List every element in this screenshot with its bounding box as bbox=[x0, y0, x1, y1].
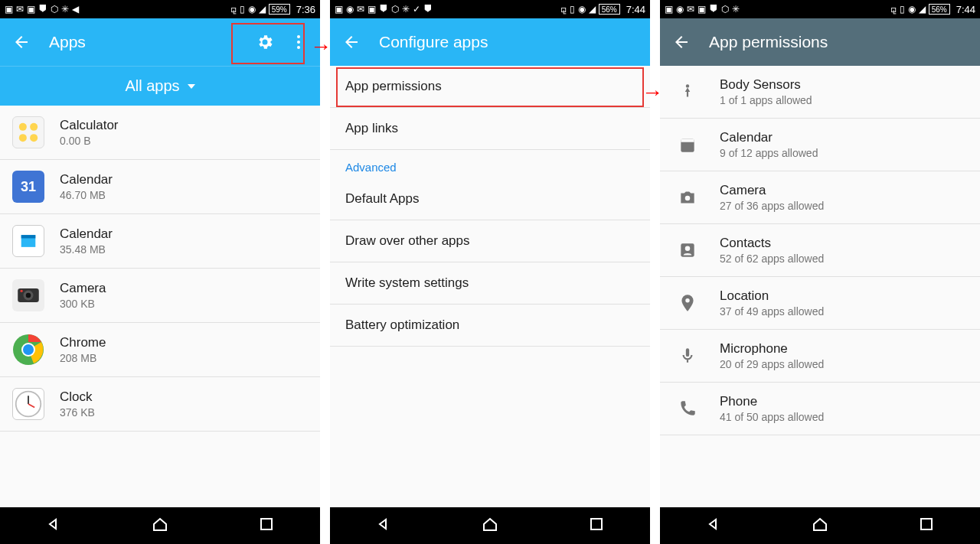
status-clock: 7:44 bbox=[956, 4, 975, 15]
nav-home-button[interactable] bbox=[151, 515, 169, 536]
warning-icon: ⬡ bbox=[51, 4, 58, 15]
overflow-menu-icon[interactable] bbox=[289, 33, 308, 51]
nav-back-button[interactable] bbox=[704, 515, 723, 536]
row-draw-over-apps[interactable]: Draw over other apps bbox=[330, 220, 650, 262]
calendar-icon: 31 bbox=[12, 171, 44, 203]
notif-icon: ✉ bbox=[16, 4, 24, 15]
nav-recents-button[interactable] bbox=[917, 515, 936, 536]
svg-rect-8 bbox=[21, 235, 36, 238]
app-row-camera[interactable]: Camera 300 KB bbox=[0, 269, 320, 323]
nav-home-button[interactable] bbox=[481, 515, 499, 536]
battery-indicator: 56% bbox=[599, 4, 620, 15]
shield-icon: ⛊ bbox=[379, 4, 388, 15]
sync-icon: ✳ bbox=[61, 4, 69, 15]
perm-row-microphone[interactable]: Microphone20 of 29 apps allowed bbox=[660, 330, 980, 383]
flow-arrow-1: → bbox=[310, 34, 332, 59]
svg-point-1 bbox=[297, 41, 300, 44]
nav-back-button[interactable] bbox=[374, 515, 393, 536]
svg-rect-19 bbox=[261, 519, 272, 529]
app-size: 0.00 B bbox=[60, 135, 119, 147]
perm-label: Body Sensors bbox=[720, 77, 812, 93]
perm-label: Location bbox=[720, 288, 824, 304]
perm-row-location[interactable]: Location37 of 49 apps allowed bbox=[660, 277, 980, 330]
back-button[interactable] bbox=[672, 33, 691, 51]
app-row-clock[interactable]: Clock 376 KB bbox=[0, 377, 320, 432]
nav-back-button[interactable] bbox=[44, 515, 63, 536]
sync-icon: ✳ bbox=[402, 4, 410, 15]
flow-arrow-2: → bbox=[642, 80, 663, 105]
status-bar: ▣ ◉ ✉ ▣ ⛊ ⬡ ✳ ✓ ⛊ ⚼ ▯ ◉ ◢ 56% 7:44 bbox=[330, 0, 650, 18]
app-row-calendar-stock[interactable]: Calendar 35.48 MB bbox=[0, 214, 320, 269]
bluetooth-icon: ⚼ bbox=[230, 4, 237, 15]
app-row-calendar-google[interactable]: 31 Calendar 46.70 MB bbox=[0, 160, 320, 214]
svg-point-21 bbox=[686, 84, 689, 87]
svg-rect-6 bbox=[30, 134, 38, 142]
screen-apps: ▣ ✉ ▣ ⛊ ⬡ ✳ ◀ ⚼ ▯ ◉ ◢ 59% 7:36 Apps All bbox=[0, 0, 320, 544]
row-app-links[interactable]: App links bbox=[330, 108, 650, 150]
status-clock: 7:44 bbox=[626, 4, 645, 15]
svg-point-27 bbox=[685, 298, 689, 302]
body-sensors-icon bbox=[672, 77, 703, 107]
perm-row-body-sensors[interactable]: Body Sensors1 of 1 apps allowed bbox=[660, 66, 980, 119]
app-row-calculator[interactable]: Calculator 0.00 B bbox=[0, 106, 320, 160]
gear-icon[interactable] bbox=[256, 33, 274, 51]
screen-app-permissions: ▣ ◉ ✉ ▣ ⛊ ⬡ ✳ ⚼ ▯ ◉ ◢ 56% 7:44 App permi… bbox=[660, 0, 980, 544]
notif-icon: ✉ bbox=[357, 4, 364, 15]
app-size: 35.48 MB bbox=[60, 243, 113, 256]
location-icon bbox=[672, 288, 703, 318]
back-button[interactable] bbox=[342, 33, 361, 51]
row-battery-optimization[interactable]: Battery optimization bbox=[330, 305, 650, 347]
status-clock: 7:36 bbox=[296, 4, 315, 15]
nav-recents-button[interactable] bbox=[587, 515, 606, 536]
svg-rect-23 bbox=[681, 138, 694, 142]
chrome-icon bbox=[12, 334, 44, 366]
svg-point-12 bbox=[20, 290, 22, 292]
vibrate-icon: ▯ bbox=[570, 4, 575, 15]
wifi-icon: ◉ bbox=[578, 4, 586, 15]
android-nav-bar bbox=[0, 507, 320, 544]
row-app-permissions[interactable]: App permissions bbox=[330, 66, 650, 108]
back-button[interactable] bbox=[12, 33, 31, 51]
app-label: Calendar bbox=[60, 172, 113, 187]
perm-sub: 27 of 36 apps allowed bbox=[720, 200, 824, 212]
screen-configure-apps: ▣ ◉ ✉ ▣ ⛊ ⬡ ✳ ✓ ⛊ ⚼ ▯ ◉ ◢ 56% 7:44 Confi… bbox=[330, 0, 650, 544]
app-label: Clock bbox=[60, 389, 95, 405]
sync-icon: ✳ bbox=[732, 4, 740, 15]
bluetooth-icon: ⚼ bbox=[890, 4, 897, 15]
calendar-icon bbox=[672, 129, 703, 160]
status-bar: ▣ ◉ ✉ ▣ ⛊ ⬡ ✳ ⚼ ▯ ◉ ◢ 56% 7:44 bbox=[660, 0, 980, 18]
app-label: Calculator bbox=[60, 118, 119, 133]
row-default-apps[interactable]: Default Apps bbox=[330, 178, 650, 220]
permissions-list: Body Sensors1 of 1 apps allowed Calendar… bbox=[660, 66, 980, 507]
nav-home-button[interactable] bbox=[811, 515, 829, 536]
perm-row-calendar[interactable]: Calendar9 of 12 apps allowed bbox=[660, 119, 980, 171]
app-row-chrome[interactable]: Chrome 208 MB bbox=[0, 323, 320, 377]
perm-row-phone[interactable]: Phone41 of 50 apps allowed bbox=[660, 383, 980, 435]
android-nav-bar bbox=[660, 507, 980, 544]
location-icon: ◀ bbox=[72, 4, 79, 15]
nav-recents-button[interactable] bbox=[257, 515, 276, 536]
svg-point-26 bbox=[685, 246, 691, 252]
notif-icon: ▣ bbox=[368, 4, 376, 15]
notif-icon: ▣ bbox=[27, 4, 35, 15]
vibrate-icon: ▯ bbox=[240, 4, 245, 15]
perm-row-contacts[interactable]: Contacts52 of 62 apps allowed bbox=[660, 224, 980, 277]
contacts-icon bbox=[672, 235, 703, 265]
svg-point-24 bbox=[685, 196, 691, 201]
notif-icon: ✉ bbox=[687, 4, 694, 15]
perm-label: Phone bbox=[720, 394, 824, 409]
configure-list: App permissions App links Advanced Defau… bbox=[330, 66, 650, 507]
shield-icon: ⛊ bbox=[423, 4, 433, 15]
perm-sub: 52 of 62 apps allowed bbox=[720, 252, 824, 265]
phone-icon bbox=[672, 393, 703, 424]
apps-list: Calculator 0.00 B 31 Calendar 46.70 MB C… bbox=[0, 106, 320, 507]
perm-label: Camera bbox=[720, 183, 824, 198]
perm-row-camera[interactable]: Camera27 of 36 apps allowed bbox=[660, 171, 980, 224]
app-size: 300 KB bbox=[60, 298, 106, 310]
row-write-system-settings[interactable]: Write system settings bbox=[330, 262, 650, 305]
app-label: Camera bbox=[60, 281, 106, 296]
wifi-icon: ◉ bbox=[248, 4, 256, 15]
perm-label: Calendar bbox=[720, 130, 818, 145]
apps-filter-dropdown[interactable]: All apps bbox=[0, 66, 320, 106]
clock-icon bbox=[12, 388, 44, 420]
